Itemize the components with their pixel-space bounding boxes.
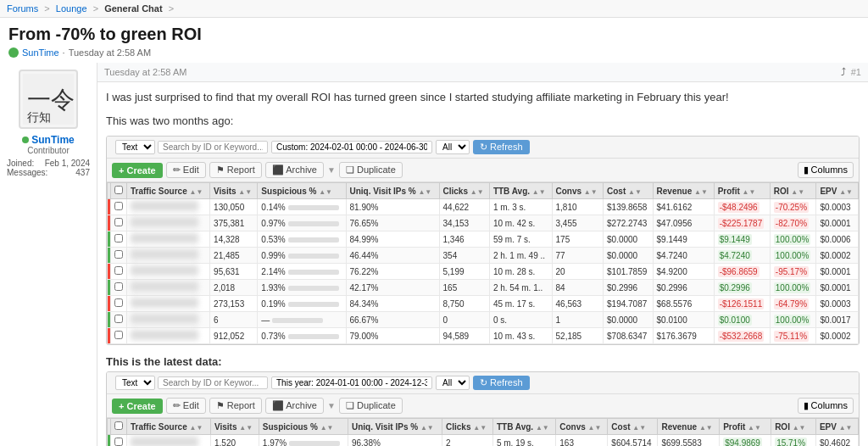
cell-source (127, 312, 210, 328)
author-name[interactable]: SunTime (22, 47, 59, 58)
cell-convs: 163 (556, 435, 608, 447)
col-cost: Cost ▲▼ (604, 183, 654, 199)
cell-suspicious: 0.73% (258, 328, 346, 344)
post-timestamp-header: Tuesday at 2:58 AM (69, 47, 151, 58)
post-content: Tuesday at 2:58 AM ⤴ #1 I was just surpr… (97, 63, 868, 446)
cell-profit: $9.1449 (714, 231, 770, 248)
search-input-1[interactable] (158, 141, 268, 153)
cell-uniq: 81.90% (346, 199, 439, 215)
cell-visits: 375,381 (210, 215, 258, 231)
cell-cost: $0.0000 (604, 312, 654, 328)
share-icon[interactable]: ⤴ (841, 66, 846, 78)
latest-data-label: This is the latest data: (106, 355, 860, 368)
cell-roi: 100.00% (770, 312, 816, 328)
col-convs: Convs ▲▼ (552, 183, 604, 199)
cell-profit: -$96.8659 (714, 264, 770, 280)
cell-clicks: 2 (442, 435, 493, 447)
post-time: Tuesday at 2:58 AM (104, 67, 186, 77)
header-checkbox-2[interactable] (111, 419, 127, 435)
cell-epv: $0.0001 (816, 280, 859, 296)
cell-profit: $94.9869 (720, 435, 771, 447)
breadcrumb-lounge[interactable]: Lounge (56, 3, 87, 14)
cell-source (127, 264, 210, 280)
cell-ttb: 10 m. 43 s. (489, 328, 552, 344)
header-checkbox[interactable] (111, 183, 127, 199)
cell-source (127, 280, 210, 296)
cell-revenue: $4.7240 (653, 248, 714, 264)
create-button-2[interactable]: + Create (112, 399, 163, 414)
cell-epv: $0.0002 (816, 328, 859, 344)
archive-button-1[interactable]: ⬛ Archive (265, 162, 324, 178)
cell-checkbox[interactable] (111, 248, 127, 264)
cell-suspicious: 1.97% (259, 435, 348, 447)
edit-button-1[interactable]: ✏ Edit (166, 162, 206, 178)
stats-table-2: Traffic Source ▲▼ Visits ▲▼ Suspicious %… (107, 418, 859, 446)
cell-checkbox[interactable] (111, 280, 127, 296)
cell-cost: $0.0000 (604, 231, 654, 248)
cell-checkbox[interactable] (111, 264, 127, 280)
duplicate-button-1[interactable]: ❏ Duplicate (339, 162, 403, 178)
cell-source (127, 296, 210, 312)
breadcrumb-current: General Chat (104, 3, 162, 14)
post-header: Tuesday at 2:58 AM ⤴ #1 (97, 63, 868, 82)
cell-ttb: 10 m. 28 s. (489, 264, 552, 280)
edit-button-2[interactable]: ✏ Edit (166, 398, 206, 414)
cell-checkbox[interactable] (111, 231, 127, 248)
cell-visits: 1,520 (211, 435, 259, 447)
all-select-1[interactable]: All (436, 140, 470, 154)
cell-revenue: $176.3679 (653, 328, 714, 344)
cell-source (127, 435, 211, 447)
archive-button-2[interactable]: ⬛ Archive (265, 398, 324, 414)
post-body: I was just surprised to find that my ove… (97, 82, 868, 446)
cell-suspicious: 0.14% (258, 199, 346, 215)
post-text-line1: I was just surprised to find that my ove… (106, 89, 860, 106)
cell-ttb: 45 m. 17 s. (489, 296, 552, 312)
cell-checkbox[interactable] (111, 215, 127, 231)
cell-roi: -95.17% (770, 264, 816, 280)
sidebar-username[interactable]: SunTime (31, 134, 74, 146)
user-role: Contributor (7, 146, 90, 155)
cell-clicks: 0 (439, 312, 489, 328)
cell-checkbox[interactable] (111, 199, 127, 215)
create-button-1[interactable]: + Create (112, 163, 163, 178)
cell-checkbox[interactable] (111, 328, 127, 344)
post-text-line2: This was two months ago: (106, 113, 860, 130)
refresh-button-1[interactable]: ↻ Refresh (473, 140, 530, 154)
report-button-2[interactable]: ⚑ Report (209, 398, 262, 414)
cell-checkbox[interactable] (111, 312, 127, 328)
columns-button-2[interactable]: ▮ Columns (798, 398, 854, 414)
cell-profit: $0.2996 (714, 280, 770, 296)
cell-uniq: 84.99% (346, 231, 439, 248)
refresh-button-2[interactable]: ↻ Refresh (473, 376, 530, 390)
svg-text:一令: 一令 (27, 86, 74, 113)
columns-button-1[interactable]: ▮ Columns (798, 162, 854, 178)
cell-ttb: 1 m. 3 s. (489, 199, 552, 215)
col-uniq: Uniq. Visit IPs % ▲▼ (346, 183, 439, 199)
date-range-2[interactable] (271, 376, 432, 389)
cell-suspicious: 0.97% (258, 215, 346, 231)
col-ttb: TTB Avg. ▲▼ (489, 183, 552, 199)
col2-ttb: TTB Avg. ▲▼ (492, 419, 555, 435)
cell-checkbox[interactable] (111, 296, 127, 312)
cell-visits: 912,052 (210, 328, 258, 344)
cell-roi: 100.00% (770, 280, 816, 296)
cell-checkbox[interactable] (111, 435, 127, 447)
cell-epv: $0.0001 (816, 264, 859, 280)
date-range-1[interactable] (271, 141, 432, 153)
report-button-1[interactable]: ⚑ Report (209, 162, 262, 178)
search-input-2[interactable] (158, 376, 268, 389)
duplicate-button-2[interactable]: ❏ Duplicate (339, 398, 403, 414)
messages-value: 437 (75, 168, 90, 177)
cell-source (127, 231, 210, 248)
cell-revenue: $0.0100 (653, 312, 714, 328)
toolbar-1: Text All ↻ Refresh (107, 137, 859, 159)
cell-convs: 1 (552, 312, 604, 328)
all-select-2[interactable]: All (436, 376, 470, 390)
text-filter-2[interactable]: Text (115, 376, 155, 390)
breadcrumb-forums[interactable]: Forums (7, 3, 38, 14)
text-filter-1[interactable]: Text (115, 140, 155, 154)
cell-clicks: 94,589 (439, 328, 489, 344)
cell-revenue: $699.5583 (658, 435, 720, 447)
page-meta: SunTime · Tuesday at 2:58 AM (0, 46, 868, 63)
table-row: 273,153 0.19% 84.34% 8,750 45 m. 17 s. 4… (108, 296, 859, 312)
